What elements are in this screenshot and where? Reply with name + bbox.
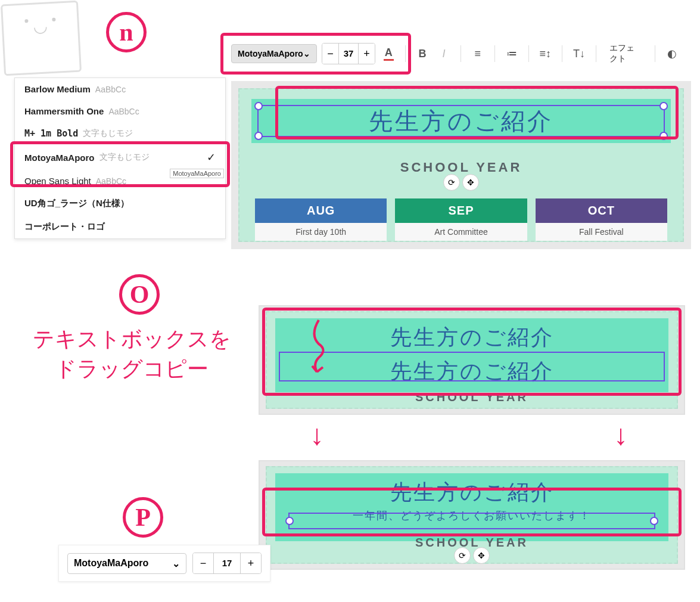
step-marker-o: O: [119, 274, 160, 315]
chevron-down-icon: ⌄: [172, 558, 180, 569]
font-option-selected[interactable]: MotoyaMaAporo 文字もじモジ ✓ MotoyaMaAporo: [15, 145, 225, 170]
font-family-value: MotoyaMaAporo: [238, 49, 303, 58]
animation-icon[interactable]: ◐: [664, 43, 680, 64]
align-button[interactable]: ≡: [469, 43, 486, 64]
title-banner[interactable]: 先生方のご紹介 一年間、どうぞよろしくお願いいたします！: [275, 473, 668, 541]
font-size-stepper: − 17 +: [192, 553, 262, 574]
font-family-select[interactable]: MotoyaMaAporo ⌄: [231, 44, 317, 63]
annotation-text: テキストボックスを ドラッグコピー: [10, 324, 254, 384]
list-button[interactable]: ≔: [503, 43, 520, 64]
text-toolbar: MotoyaMaAporo ⌄ − 37 + A B I ≡ ≔ ≡↕ T↓ エ…: [220, 33, 691, 75]
refresh-icon[interactable]: ⟳: [443, 174, 460, 191]
subtitle-text[interactable]: SCHOOL YEAR: [239, 160, 683, 175]
curly-arrow-icon: [298, 317, 340, 383]
font-option[interactable]: M+ 1m Bold 文字もじモジ: [15, 122, 225, 145]
down-arrow-icon: ↓: [310, 418, 324, 451]
move-icon[interactable]: ✥: [462, 174, 479, 191]
font-option[interactable]: コーポレート・ロゴ: [15, 215, 225, 238]
move-icon[interactable]: ✥: [473, 547, 490, 564]
title-text[interactable]: 先生方のご紹介: [275, 473, 668, 507]
placeholder-smiley-icon: ◡: [1, 1, 82, 76]
font-family-value: MotoyaMaAporo: [74, 558, 148, 569]
effects-button[interactable]: エフェクト: [605, 43, 646, 64]
font-size-stepper: − 37 +: [322, 43, 376, 64]
down-arrow-icon: ↓: [614, 418, 628, 451]
check-icon: ✓: [207, 151, 216, 164]
refresh-icon[interactable]: ⟳: [454, 547, 471, 564]
bold-button[interactable]: B: [414, 43, 431, 64]
text-toolbar-p: MotoyaMaAporo ⌄ − 17 +: [58, 545, 270, 582]
canvas-preview-o2[interactable]: 先生方のご紹介 一年間、どうぞよろしくお願いいたします！ SCHOOL YEAR…: [259, 460, 685, 570]
font-size-value[interactable]: 17: [213, 553, 241, 573]
font-option[interactable]: Barlow Medium AaBbCc: [15, 78, 225, 100]
font-option[interactable]: Hammersmith One AaBbCc: [15, 100, 225, 122]
font-family-select[interactable]: MotoyaMaAporo ⌄: [67, 553, 186, 574]
step-marker-p: P: [123, 497, 163, 538]
subtitle-text: SCHOOL YEAR: [267, 390, 677, 404]
month-column[interactable]: OCT Fall Festival: [536, 198, 667, 241]
spacing-button[interactable]: ≡↕: [537, 43, 553, 64]
font-size-increase[interactable]: +: [359, 44, 375, 64]
step-marker-n: n: [106, 12, 147, 52]
font-size-increase[interactable]: +: [241, 553, 261, 573]
font-family-dropdown: Barlow Medium AaBbCc Hammersmith One AaB…: [14, 77, 226, 239]
text-color-button[interactable]: A: [380, 43, 397, 64]
italic-button[interactable]: I: [435, 43, 452, 64]
font-tooltip: MotoyaMaAporo: [170, 169, 224, 178]
font-size-decrease[interactable]: −: [322, 44, 339, 64]
font-size-value[interactable]: 37: [338, 44, 358, 64]
month-column[interactable]: AUG First day 10th: [255, 198, 387, 241]
month-column[interactable]: SEP Art Committee: [395, 198, 527, 241]
title-banner[interactable]: 先生方のご紹介: [251, 99, 671, 143]
vertical-text-button[interactable]: T↓: [571, 43, 587, 64]
font-option[interactable]: UD角ゴ_ラージ（N仕様）: [15, 192, 225, 215]
font-size-decrease[interactable]: −: [193, 553, 213, 573]
canvas-preview-n[interactable]: 先生方のご紹介 SCHOOL YEAR ⟳ ✥ AUG First day 10…: [231, 81, 691, 249]
chevron-down-icon: ⌄: [303, 49, 310, 58]
